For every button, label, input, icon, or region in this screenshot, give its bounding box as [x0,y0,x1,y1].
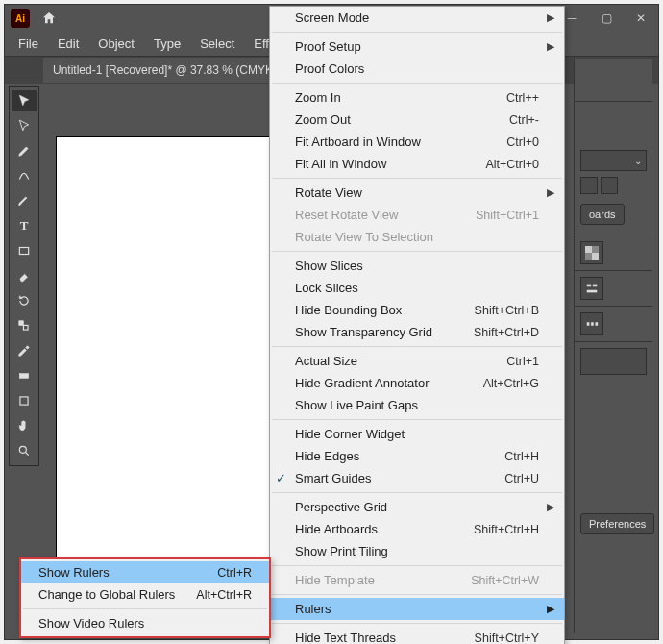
menu-object[interactable]: Object [88,33,144,55]
menu-item-hide-edges[interactable]: Hide EdgesCtrl+H [270,445,564,467]
submenu-item-label: Show Rulers [38,565,110,580]
menu-item-proof-colors[interactable]: Proof Colors [270,58,564,80]
menu-item-label: Hide Corner Widget [295,427,405,441]
eyedropper-tool-icon[interactable] [12,340,37,361]
zoom-tool-icon[interactable] [12,440,37,461]
app-logo[interactable]: Ai [11,9,30,28]
menu-item-shortcut: Ctrl+0 [506,136,539,149]
menu-item-label: Zoom In [295,90,341,105]
menu-file[interactable]: File [9,33,48,55]
menu-item-smart-guides[interactable]: ✓Smart GuidesCtrl+U [270,467,564,489]
menu-item-show-print-tiling[interactable]: Show Print Tiling [270,540,564,562]
align-icon[interactable] [580,277,603,300]
rotate-tool-icon[interactable] [12,290,37,311]
menu-item-label: Hide Artboards [295,522,378,536]
menu-item-rulers[interactable]: Rulers▶ [270,598,564,620]
close-button[interactable]: ✕ [624,7,658,30]
menu-item-hide-text-threads[interactable]: Hide Text ThreadsShift+Ctrl+Y [270,627,564,644]
menu-item-hide-gradient-annotator[interactable]: Hide Gradient AnnotatorAlt+Ctrl+G [270,372,564,394]
svg-rect-13 [591,322,594,326]
menu-item-show-live-paint-gaps[interactable]: Show Live Paint Gaps [270,394,564,416]
gradient-tool-icon[interactable] [12,365,37,386]
submenu-item-show-video-rulers[interactable]: Show Video Rulers [21,612,269,634]
menu-item-show-slices[interactable]: Show Slices [270,255,564,277]
nav-right-icon[interactable] [601,177,618,194]
submenu-item-shortcut: Alt+Ctrl+R [196,588,252,602]
menu-item-proof-setup[interactable]: Proof Setup▶ [270,36,564,58]
menu-item-label: Fit All in Window [295,157,386,171]
artboard-tool-icon[interactable] [12,390,37,411]
panel-slot[interactable] [580,348,647,375]
shape-builder-tool-icon[interactable] [12,315,37,336]
transparency-grid-icon[interactable] [580,241,603,264]
menu-item-label: Hide Bounding Box [295,303,402,317]
submenu-item-label: Change to Global Rulers [38,587,175,602]
menu-edit[interactable]: Edit [48,33,88,55]
menu-item-actual-size[interactable]: Actual SizeCtrl+1 [270,350,564,372]
menu-item-lock-slices[interactable]: Lock Slices [270,277,564,299]
menu-item-shortcut: Shift+Ctrl+1 [476,209,539,222]
nav-left-icon[interactable] [580,177,598,194]
artboards-button[interactable]: oards [580,204,625,225]
menu-item-label: Hide Text Threads [295,631,396,644]
maximize-button[interactable]: ▢ [589,7,624,30]
menu-item-label: Show Slices [295,259,363,273]
brush-tool-icon[interactable] [12,190,37,211]
menu-item-rotate-view-to-selection: Rotate View To Selection [270,226,564,248]
menu-item-shortcut: Ctrl+1 [506,355,539,368]
menu-item-label: Rotate View To Selection [295,230,433,244]
menu-item-show-transparency-grid[interactable]: Show Transparency GridShift+Ctrl+D [270,321,564,343]
preferences-button[interactable]: Preferences [580,513,654,534]
menu-item-shortcut: Ctrl+H [504,450,539,463]
menu-item-fit-artboard-in-window[interactable]: Fit Artboard in WindowCtrl+0 [270,131,564,153]
svg-rect-11 [587,290,598,293]
menu-item-label: Show Print Tiling [295,544,388,558]
menu-item-shortcut: Alt+Ctrl+G [483,377,539,390]
submenu-item-show-rulers[interactable]: Show RulersCtrl+R [21,561,269,583]
app-logo-text: Ai [15,13,25,24]
eraser-tool-icon[interactable] [12,265,37,286]
menu-type[interactable]: Type [144,33,190,55]
svg-rect-1 [19,321,24,326]
menu-item-shortcut: Shift+Ctrl+H [474,523,539,536]
menu-item-shortcut: Shift+Ctrl+D [474,326,539,339]
menu-select[interactable]: Select [190,33,244,55]
menu-item-label: Fit Artboard in Window [295,135,421,149]
combo-dropdown[interactable]: ⌄ [580,150,647,171]
menu-item-rotate-view[interactable]: Rotate View▶ [270,182,564,204]
svg-rect-7 [585,246,592,253]
menu-item-label: Rotate View [295,186,362,200]
curvature-tool-icon[interactable] [12,165,37,186]
direct-selection-tool-icon[interactable] [12,115,37,136]
home-icon[interactable] [39,9,59,28]
rectangle-tool-icon[interactable] [12,240,37,261]
menu-item-screen-mode[interactable]: Screen Mode▶ [270,7,564,29]
menu-item-label: Screen Mode [295,11,369,25]
pen-tool-icon[interactable] [12,140,37,161]
menu-item-hide-artboards[interactable]: Hide ArtboardsShift+Ctrl+H [270,518,564,540]
chevron-right-icon: ▶ [547,603,554,615]
menu-item-perspective-grid[interactable]: Perspective Grid▶ [270,496,564,518]
menu-item-zoom-in[interactable]: Zoom InCtrl++ [270,87,564,109]
menu-item-label: Rulers [295,602,332,616]
svg-point-5 [19,446,26,453]
menu-item-shortcut: Shift+Ctrl+Y [475,632,539,645]
menu-item-fit-all-in-window[interactable]: Fit All in WindowAlt+Ctrl+0 [270,153,564,175]
chevron-right-icon: ▶ [547,12,554,24]
pathfinder-icon[interactable] [580,312,603,335]
menu-item-label: Proof Setup [295,39,361,54]
type-tool-icon[interactable]: T [12,215,37,236]
svg-rect-10 [593,285,597,287]
chevron-right-icon: ▶ [547,501,554,513]
document-tab[interactable]: Untitled-1 [Recovered]* @ 37.83 % (CMYK/… [43,58,304,83]
menu-item-hide-bounding-box[interactable]: Hide Bounding BoxShift+Ctrl+B [270,299,564,321]
hand-tool-icon[interactable] [12,415,37,436]
selection-tool-icon[interactable] [12,90,37,111]
submenu-item-change-to-global-rulers[interactable]: Change to Global RulersAlt+Ctrl+R [21,583,269,606]
menu-item-zoom-out[interactable]: Zoom OutCtrl+- [270,109,564,131]
menu-item-shortcut: Ctrl++ [506,91,539,105]
menu-item-hide-corner-widget[interactable]: Hide Corner Widget [270,423,564,445]
submenu-item-label: Show Video Rulers [38,616,144,631]
menu-item-label: Proof Colors [295,62,364,76]
svg-rect-2 [23,325,28,330]
